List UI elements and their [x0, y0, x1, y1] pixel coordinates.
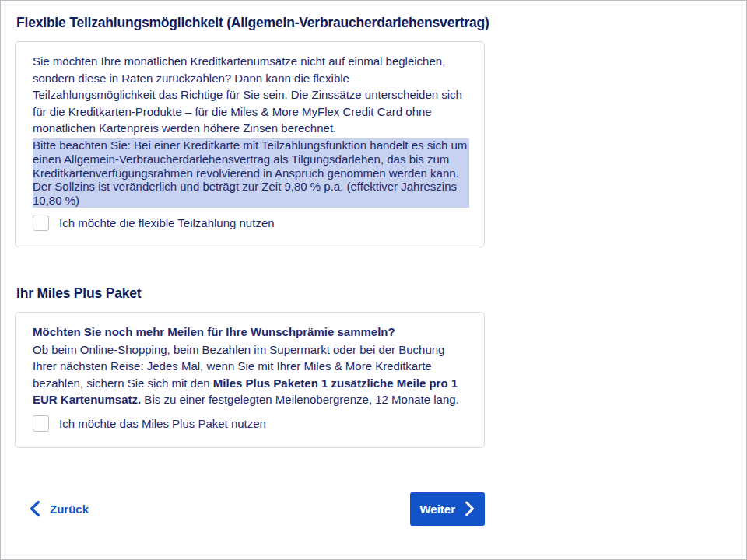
teilzahlung-notice-highlighted-text: Bitte beachten Sie: Bei einer Kreditkart…: [33, 138, 469, 208]
teilzahlung-checkbox[interactable]: [33, 215, 49, 231]
miles-plus-body-text: Ob beim Online-Shopping, beim Bezahlen i…: [33, 341, 469, 408]
next-button[interactable]: Weiter: [410, 492, 485, 526]
teilzahlung-intro-text: Sie möchten Ihre monatlichen Kreditkarte…: [33, 53, 469, 137]
next-button-label: Weiter: [419, 502, 455, 516]
miles-plus-question-text: Möchten Sie noch mehr Meilen für Ihre Wu…: [33, 324, 469, 341]
form-step-content: Flexible Teilzahlungsmöglichkeit (Allgem…: [1, 1, 499, 526]
page: { "colors": { "accent_blue": "#1254c8", …: [0, 0, 747, 560]
teilzahlung-card: Sie möchten Ihre monatlichen Kreditkarte…: [15, 41, 485, 247]
miles-plus-checkbox[interactable]: [33, 415, 49, 432]
chevron-left-icon: [28, 500, 41, 517]
miles-plus-body-after: Bis zu einer festgelegten Meilenobergren…: [141, 393, 459, 406]
miles-plus-checkbox-row[interactable]: Ich möchte das Miles Plus Paket nutzen: [33, 415, 469, 432]
chevron-right-icon: [464, 501, 475, 516]
wizard-nav-row: Zurück Weiter: [15, 492, 485, 526]
miles-plus-card: Möchten Sie noch mehr Meilen für Ihre Wu…: [15, 312, 485, 448]
miles-plus-section-title: Ihr Miles Plus Paket: [16, 285, 499, 302]
miles-plus-checkbox-label: Ich möchte das Miles Plus Paket nutzen: [59, 417, 266, 430]
teilzahlung-checkbox-row[interactable]: Ich möchte die flexible Teilzahlung nutz…: [33, 215, 469, 231]
teilzahlung-section-title: Flexible Teilzahlungsmöglichkeit (Allgem…: [16, 15, 499, 31]
back-link[interactable]: Zurück: [28, 500, 89, 517]
teilzahlung-checkbox-label: Ich möchte die flexible Teilzahlung nutz…: [59, 216, 275, 229]
back-link-label: Zurück: [50, 502, 89, 516]
